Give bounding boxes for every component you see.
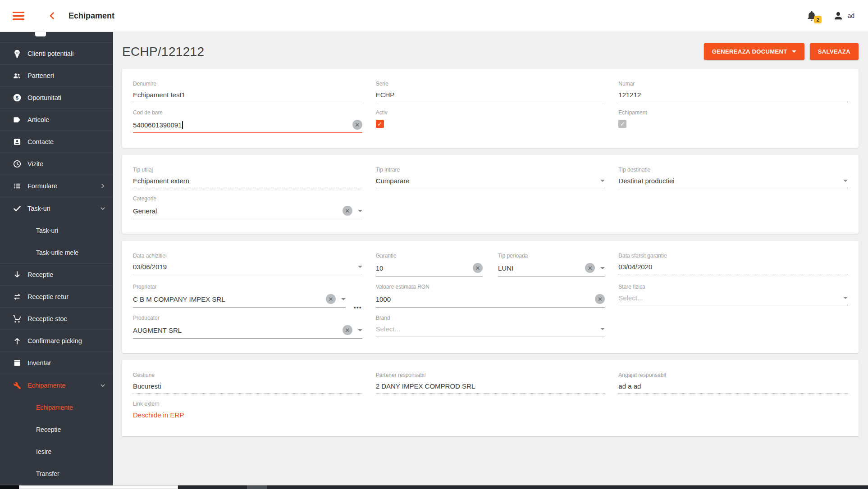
field-echipament-flag: Echipament ✓ [618, 109, 848, 133]
numar-input[interactable]: 121212 [618, 91, 848, 99]
field-garantie: Garantie 10✕ [376, 253, 483, 276]
sidebar-subitem-task-uri[interactable]: Task-uri [0, 219, 113, 241]
tip-destinatie-select[interactable]: Destinat productiei [618, 177, 838, 185]
sidebar-item-label: Clienti potentiali [27, 50, 73, 57]
sidebar-item-label: Articole [27, 116, 49, 123]
field-denumire: Denumire Echipament test1 [133, 81, 362, 102]
dropdown-caret-icon[interactable] [600, 180, 605, 182]
dropdown-caret-icon[interactable] [358, 210, 362, 212]
inventory-box-icon [13, 358, 22, 367]
menu-icon[interactable] [13, 12, 24, 20]
scrollbar-segment [0, 485, 19, 489]
more-options-icon[interactable]: ••• [354, 304, 362, 315]
clear-icon[interactable]: ✕ [343, 206, 352, 216]
user-name: ad [847, 12, 854, 19]
arrow-up-icon [13, 336, 22, 345]
chevron-right-icon [100, 183, 106, 189]
sidebar-subitem-transfer[interactable]: Transfer [0, 462, 113, 484]
sidebar-item-vizite[interactable]: Vizite [0, 153, 113, 175]
main-content: ECHP/121212 GENEREAZA DOCUMENT SALVEAZA … [113, 32, 868, 444]
angajat-responsabil-value: ad a ad [618, 382, 848, 390]
field-brand: Brand Select... [376, 315, 605, 339]
cod-de-bare-input[interactable]: 5400601390091 [133, 121, 349, 129]
tip-perioada-select[interactable]: LUNI [498, 264, 581, 272]
dropdown-caret-icon[interactable] [843, 180, 848, 182]
dropdown-caret-icon[interactable] [358, 329, 362, 331]
activ-checkbox[interactable]: ✓ [376, 120, 384, 128]
echipament-checkbox[interactable]: ✓ [618, 120, 626, 128]
horizontal-scrollbar[interactable] [0, 485, 868, 489]
producator-select[interactable]: AUGMENT SRL [133, 326, 339, 334]
sidebar-item-contacte[interactable]: Contacte [0, 131, 113, 153]
field-proprietar: Proprietar C B M COMPANY IMPEX SRL✕ [133, 284, 346, 308]
user-menu[interactable]: ad [833, 10, 854, 21]
sidebar-item-label: Task-uri [27, 205, 50, 212]
sidebar-item-clienti-potentiali[interactable]: Clienti potentiali [0, 43, 113, 65]
sidebar-item-echipamente[interactable]: Echipamente [0, 374, 113, 396]
sidebar-subitem-echipamente[interactable]: Echipamente [0, 396, 113, 418]
dropdown-caret-icon[interactable] [341, 298, 346, 300]
sidebar-item-receptie-stoc[interactable]: Receptie stoc [0, 308, 113, 330]
sidebar-subitem-receptie[interactable]: Receptie [0, 418, 113, 440]
sidebar-item-label: Inventar [27, 359, 51, 367]
back-arrow-icon[interactable] [47, 10, 58, 21]
field-link-extern: Link extern Deschide in ERP [133, 401, 362, 422]
clear-icon[interactable]: ✕ [343, 325, 352, 335]
deschide-in-erp-link[interactable]: Deschide in ERP [133, 411, 184, 419]
scrollbar-segment [247, 485, 267, 489]
generate-document-button[interactable]: GENEREAZA DOCUMENT [704, 43, 804, 60]
field-angajat-responsabil: Angajat responsabil ad a ad [618, 372, 848, 394]
garantie-input[interactable]: 10 [376, 264, 469, 272]
sidebar-item-formulare[interactable]: Formulare [0, 175, 113, 197]
svg-text:$: $ [16, 95, 19, 100]
clear-icon[interactable]: ✕ [585, 263, 595, 273]
sidebar-item-receptie-retur[interactable]: Receptie retur [0, 286, 113, 308]
scrollbar-thumb[interactable] [19, 485, 178, 489]
save-button[interactable]: SALVEAZA [810, 43, 859, 60]
dropdown-caret-icon[interactable] [600, 328, 605, 330]
sidebar-subitem-iesire[interactable]: Iesire [0, 440, 113, 462]
gestiune-value: Bucuresti [133, 382, 362, 390]
sidebar-item-articole[interactable]: Articole [0, 109, 113, 131]
field-stare-fizica: Stare fizica Select... [618, 284, 848, 308]
clear-icon[interactable]: ✕ [595, 294, 605, 304]
sidebar-item-confirmare-picking[interactable]: Confirmare picking [0, 330, 113, 352]
field-producator: Producator AUGMENT SRL✕ [133, 315, 362, 339]
clear-icon[interactable]: ✕ [352, 120, 362, 130]
categorie-select[interactable]: General [133, 207, 339, 215]
proprietar-select[interactable]: C B M COMPANY IMPEX SRL [133, 295, 322, 303]
partener-responsabil-value: 2 DANY IMPEX COMPROD SRL [376, 382, 605, 390]
denumire-input[interactable]: Echipament test1 [133, 91, 362, 99]
field-categorie: Categorie General✕ [133, 195, 362, 219]
clear-icon[interactable]: ✕ [473, 263, 483, 273]
stare-fizica-select[interactable]: Select... [618, 294, 838, 302]
responsibility-card: Gestiune Bucuresti Partener responsabil … [122, 360, 859, 436]
sidebar-item-label: Parteneri [27, 72, 54, 79]
dropdown-caret-icon [792, 50, 796, 53]
tip-intrare-select[interactable]: Cumparare [376, 177, 595, 185]
sidebar-subitem-task-urile-mele[interactable]: Task-urile mele [0, 241, 113, 263]
list-icon [13, 181, 22, 190]
app-title: Echipament [69, 11, 114, 21]
brand-select[interactable]: Select... [376, 325, 595, 333]
data-achizitiei-select[interactable]: 03/06/2019 [133, 263, 352, 271]
sidebar-item-clipped[interactable] [0, 32, 113, 43]
identity-card: Denumire Echipament test1 Serie ECHP Num… [122, 69, 859, 148]
clock-icon [13, 159, 22, 168]
sidebar-item-receptie[interactable]: Receptie [0, 264, 113, 286]
valoare-estimata-input[interactable]: 1000 [376, 295, 592, 303]
sidebar-item-oportunitati[interactable]: $ Oportunitati [0, 87, 113, 109]
dropdown-caret-icon[interactable] [600, 267, 605, 269]
dollar-icon: $ [13, 93, 22, 102]
notifications-button[interactable]: 2 [806, 10, 818, 22]
sidebar-item-label: Receptie stoc [27, 315, 67, 322]
dropdown-caret-icon[interactable] [843, 297, 848, 299]
sidebar-item-parteneri[interactable]: Parteneri [0, 65, 113, 87]
field-tip-perioada: Tip perioada LUNI✕ [498, 253, 605, 276]
sidebar-item-task-uri[interactable]: Task-uri [0, 197, 113, 219]
serie-input[interactable]: ECHP [376, 91, 605, 99]
clear-icon[interactable]: ✕ [326, 294, 336, 304]
sidebar-item-inventar[interactable]: Inventar [0, 352, 113, 374]
dropdown-caret-icon[interactable] [358, 266, 362, 268]
data-sfarsit-garantie-value: 03/04/2020 [618, 263, 848, 271]
